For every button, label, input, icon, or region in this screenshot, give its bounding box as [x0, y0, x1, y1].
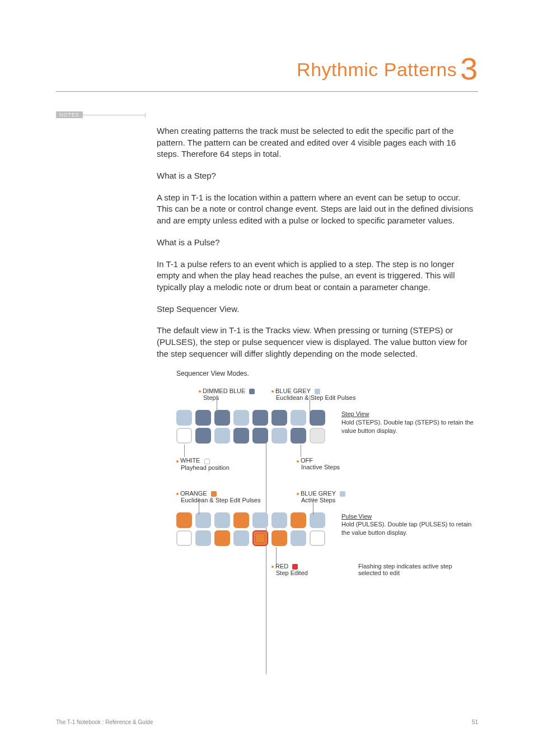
pulse-cell — [176, 512, 192, 528]
flashing-note: Flashing step indicates active step sele… — [358, 563, 453, 576]
bullet-icon — [176, 460, 179, 463]
step-cell — [310, 428, 325, 444]
pulse-cell — [291, 530, 306, 546]
paragraph: A step in T-1 is the location within a p… — [157, 192, 476, 227]
swatch-icon — [315, 389, 320, 394]
step-cell — [176, 428, 192, 444]
step-view-note: Step View Hold (STEPS). Double tap (STEP… — [341, 410, 476, 435]
step-cell — [233, 428, 249, 444]
step-cell — [233, 410, 249, 426]
paragraph: When creating patterns the track must be… — [157, 125, 476, 160]
pulse-cell — [310, 512, 325, 528]
bullet-icon — [271, 390, 274, 393]
swatch-icon — [340, 491, 345, 497]
pulse-view-note: Pulse View Hold (PULSES). Double tap (PU… — [341, 512, 476, 538]
pulse-cell — [214, 530, 230, 546]
heading-seqview: Step Sequencer View. — [157, 304, 476, 315]
paragraph: The default view in T-1 is the Tracks vi… — [157, 325, 476, 360]
diagram-divider — [266, 433, 266, 674]
legend-blue-grey: BLUE GREY Euclidean & Step Edit Pulses — [271, 388, 355, 401]
step-cell — [310, 410, 325, 426]
pulse-cell — [252, 512, 268, 528]
bullet-icon — [297, 493, 299, 495]
heading-pulse: What is a Pulse? — [157, 237, 476, 249]
pointer-line — [301, 445, 301, 457]
swatch-icon — [249, 389, 255, 394]
chapter-number: 3 — [460, 51, 478, 86]
step-cell — [176, 410, 192, 426]
chapter-header: Rhythmic Patterns3 — [56, 50, 478, 87]
chapter-title: Rhythmic Patterns — [297, 59, 457, 80]
heading-step: What is a Step? — [157, 170, 476, 182]
pulse-cell — [195, 512, 211, 528]
notes-sidebar: NOTES — [56, 109, 146, 115]
pulse-cell — [271, 530, 287, 546]
diagram-title: Sequencer View Modes. — [176, 370, 478, 377]
step-cell — [195, 428, 211, 444]
pulse-cell — [195, 530, 211, 546]
step-cell — [252, 410, 268, 426]
body-column: When creating patterns the track must be… — [157, 125, 476, 360]
step-cell — [271, 428, 287, 444]
header-rule — [56, 91, 478, 92]
pointer-line — [217, 395, 217, 412]
bullet-icon — [199, 390, 201, 393]
legend-red: RED Step Edited — [271, 563, 358, 576]
pointer-line — [310, 395, 310, 412]
step-cell — [291, 428, 306, 444]
swatch-icon — [204, 459, 210, 464]
legend-white: WHITE Playhead position — [176, 457, 297, 470]
swatch-icon — [292, 564, 298, 570]
pointer-line — [313, 498, 313, 515]
footer-book-title: The T-1 Notebook : Reference & Guide — [56, 719, 153, 725]
pulse-cell — [291, 512, 306, 528]
step-cell — [291, 410, 306, 426]
legend-off: OFF Inactive Steps — [297, 457, 340, 470]
pulse-cell — [176, 530, 192, 546]
step-cell — [214, 410, 230, 426]
pointer-line — [184, 445, 185, 457]
pulse-cell — [214, 512, 230, 528]
legend-orange: ORANGE Euclidean & Step Edit Pulses — [176, 490, 297, 503]
swatch-icon — [211, 491, 217, 497]
sequencer-diagram: Sequencer View Modes. DIMMED BLUE Steps … — [176, 370, 478, 576]
page-footer: The T-1 Notebook : Reference & Guide 51 — [56, 719, 478, 725]
bullet-icon — [297, 460, 299, 463]
pulse-cell — [310, 530, 325, 546]
pointer-line — [199, 498, 199, 515]
footer-page-number: 51 — [472, 719, 478, 725]
paragraph: In T-1 a pulse refers to an event which … — [157, 259, 476, 293]
legend-dimmed-blue: DIMMED BLUE Steps — [199, 388, 271, 401]
bullet-icon — [271, 566, 274, 568]
pulse-cell — [233, 530, 249, 546]
legend-blue-grey-active: BLUE GREY Active Steps — [297, 490, 345, 503]
pulse-cell — [233, 512, 249, 528]
step-cell — [271, 410, 287, 426]
step-cell — [195, 410, 211, 426]
bullet-icon — [176, 493, 179, 495]
pointer-line — [276, 547, 277, 564]
pulse-cell-edited — [252, 530, 268, 546]
step-cell — [214, 428, 230, 444]
step-cell — [252, 428, 268, 444]
pulse-cell — [271, 512, 287, 528]
